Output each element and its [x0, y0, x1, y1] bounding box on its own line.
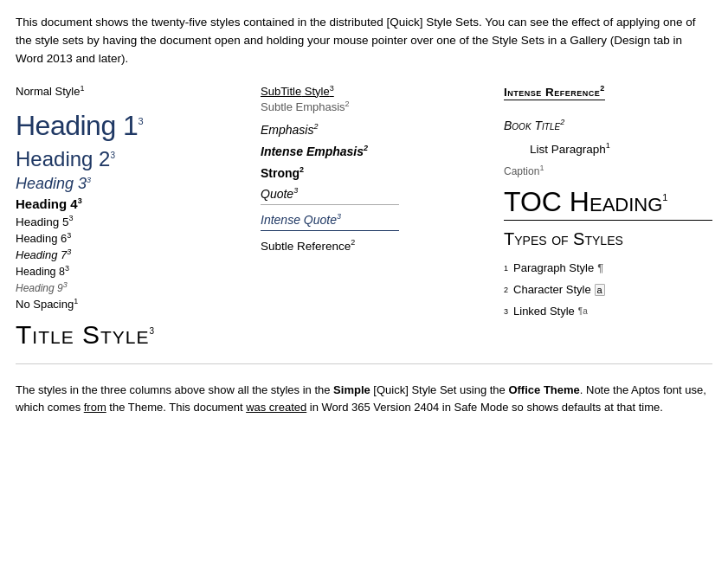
subtle-emphasis: Subtle Emphasis2 [261, 100, 500, 113]
caption: Caption1 [504, 164, 712, 177]
column-2: SubTitle Style3 Subtle Emphasis2 Emphasi… [254, 84, 500, 350]
footer-was-created: was created [246, 401, 306, 414]
footer-text-2: [Quick] Style Set using the [370, 383, 509, 396]
strong: Strong2 [261, 165, 500, 180]
heading-8: Heading 83 [16, 264, 254, 278]
char-icon: a [595, 284, 605, 296]
legend-para-num: 1 [504, 264, 508, 273]
normal-style: Normal Style1 [16, 84, 254, 98]
footer-simple: Simple [333, 383, 370, 396]
heading-4: Heading 43 [16, 196, 254, 211]
style-legend: 1 Paragraph Style ¶ 2 Character Style a … [504, 261, 712, 318]
column-1: Normal Style1 Heading 13 Heading 23 Head… [16, 84, 254, 350]
heading-3: Heading 33 [16, 175, 254, 193]
styles-grid: Normal Style1 Heading 13 Heading 23 Head… [16, 84, 712, 364]
intense-reference-container: Intense Reference2 [504, 84, 712, 110]
book-title: Book Title2 [504, 118, 712, 132]
heading-5: Heading 53 [16, 214, 254, 228]
no-spacing: No Spacing1 [16, 297, 254, 311]
footer-text-5: in Word 365 Version 2404 in Safe Mode so… [306, 401, 663, 414]
legend-character: 2 Character Style a [504, 283, 712, 296]
footer-from: from [84, 401, 106, 414]
legend-char-num: 2 [504, 286, 508, 294]
intense-reference: Intense Reference2 [504, 84, 605, 101]
list-paragraph: List Paragraph1 [530, 141, 712, 156]
linked-icon: ¶a [578, 306, 588, 316]
legend-linked: 3 Linked Style ¶a [504, 305, 712, 318]
subtitle-style: SubTitle Style3 [261, 84, 500, 98]
book-title-container: Book Title2 [504, 118, 712, 132]
intro-paragraph: This document shows the twenty-five styl… [16, 14, 712, 68]
legend-linked-num: 3 [504, 307, 508, 316]
heading-2: Heading 23 [16, 147, 254, 171]
heading-9: Heading 93 [16, 280, 254, 294]
emphasis: Emphasis2 [261, 122, 500, 137]
intense-quote-divider [261, 230, 399, 231]
types-of-styles: Types of Styles [504, 229, 712, 249]
footer-office-theme: Office Theme [508, 383, 579, 396]
footer-paragraph: The styles in the three columns above sh… [16, 382, 712, 416]
column-3: Intense Reference2 Book Title2 List Para… [500, 84, 712, 350]
footer-text-4: the Theme. This document [106, 401, 246, 414]
legend-paragraph: 1 Paragraph Style ¶ [504, 261, 712, 274]
heading-1: Heading 13 [16, 110, 254, 142]
pilcrow-icon: ¶ [597, 261, 603, 274]
quote-divider [261, 204, 399, 205]
quote: Quote3 [261, 186, 500, 201]
subtle-reference: Subtle Reference2 [261, 238, 500, 253]
toc-heading: TOC Heading1 [504, 186, 712, 221]
intense-quote: Intense Quote3 [261, 212, 500, 227]
intense-emphasis: Intense Emphasis2 [261, 144, 500, 158]
title-style: Title Style3 [16, 320, 254, 350]
heading-7: Heading 73 [16, 247, 254, 261]
heading-6: Heading 63 [16, 231, 254, 245]
footer-text-1: The styles in the three columns above sh… [16, 383, 333, 396]
